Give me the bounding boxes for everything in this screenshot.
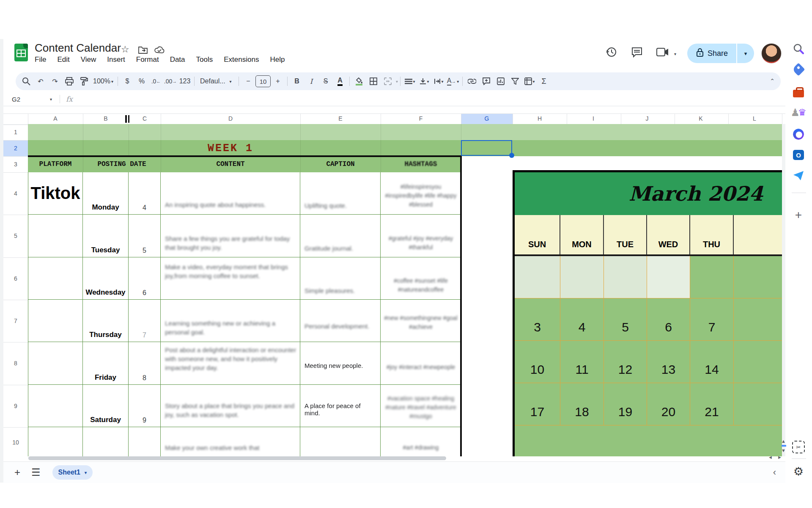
share-button[interactable]: Share ▾ bbox=[687, 44, 754, 63]
cell-content[interactable]: Make your own creative work that bbox=[161, 427, 300, 456]
cell-content[interactable]: Make a video, everyday moment that bring… bbox=[161, 257, 300, 300]
cell-content[interactable]: Learning something new or achieving a pe… bbox=[161, 300, 300, 342]
col-G[interactable]: G bbox=[485, 115, 489, 122]
menu-edit[interactable]: Edit bbox=[57, 55, 69, 64]
cell-date[interactable]: 5 bbox=[129, 215, 161, 257]
bold-icon[interactable]: B bbox=[290, 74, 304, 88]
cell-caption[interactable]: A place for peace of mind. bbox=[300, 385, 381, 427]
menu-file[interactable]: File bbox=[35, 55, 46, 64]
table-row[interactable]: Tuesday 5 Share a few things you are gra… bbox=[28, 215, 461, 257]
move-folder-icon[interactable] bbox=[138, 46, 148, 56]
cell-platform[interactable] bbox=[28, 215, 83, 257]
row-3[interactable]: 3 bbox=[3, 161, 28, 168]
column-resize-handle[interactable] bbox=[125, 115, 131, 123]
banner-row[interactable] bbox=[28, 124, 782, 140]
menu-insert[interactable]: Insert bbox=[107, 55, 125, 64]
menu-data[interactable]: Data bbox=[170, 55, 185, 64]
sidebar-microsoft365-icon[interactable] bbox=[792, 127, 805, 141]
cell-platform[interactable] bbox=[28, 257, 83, 300]
row-10[interactable]: 10 bbox=[3, 439, 28, 446]
col-B[interactable]: B bbox=[104, 115, 107, 122]
cell-content[interactable]: Share a few things you are grateful for … bbox=[161, 215, 300, 257]
sheets-logo-icon[interactable] bbox=[14, 44, 28, 61]
pivot-table-icon[interactable]: ▾ bbox=[522, 74, 537, 88]
vertical-scrollbar[interactable] bbox=[782, 124, 785, 456]
cell-content[interactable]: An inspiring quote about happiness. bbox=[161, 172, 300, 215]
screenshot-tool-icon[interactable]: ✂ bbox=[792, 440, 805, 454]
increase-font-icon[interactable]: + bbox=[271, 74, 285, 88]
cell-date[interactable]: 4 bbox=[129, 172, 161, 215]
col-J[interactable]: J bbox=[646, 115, 649, 122]
print-icon[interactable] bbox=[62, 74, 77, 88]
fill-color-icon[interactable] bbox=[352, 74, 366, 88]
cell-caption[interactable]: Simple pleasures. bbox=[300, 257, 381, 300]
sheet-tab-sheet1[interactable]: Sheet1 ▾ bbox=[52, 465, 93, 480]
cell-date[interactable]: 6 bbox=[129, 257, 161, 300]
cloud-status-icon[interactable] bbox=[154, 46, 165, 56]
redo-icon[interactable]: ↷ bbox=[48, 74, 62, 88]
name-box[interactable]: G2 bbox=[3, 96, 49, 103]
table-row[interactable]: Friday 8 Post about a delightful interac… bbox=[28, 342, 461, 385]
table-row[interactable]: Wednesday 6 Make a video, everyday momen… bbox=[28, 257, 461, 300]
col-C[interactable]: C bbox=[143, 115, 147, 122]
cell-platform[interactable] bbox=[28, 385, 83, 427]
cell-platform[interactable] bbox=[28, 342, 83, 385]
functions-icon[interactable]: Σ bbox=[537, 74, 551, 88]
cell-hashtags[interactable]: #grateful #joy #everyday #thankful bbox=[381, 215, 461, 257]
zoom-select[interactable]: 100%▾ bbox=[91, 74, 115, 88]
cell-day[interactable]: Wednesday bbox=[83, 257, 129, 300]
cell-hashtags[interactable]: #art #drawing bbox=[381, 427, 461, 456]
col-D[interactable]: D bbox=[228, 115, 233, 122]
column-header-row[interactable]: A B C D E F G H I J K L bbox=[3, 113, 785, 125]
cell-platform[interactable] bbox=[28, 427, 83, 456]
menu-help[interactable]: Help bbox=[270, 55, 285, 64]
cell-date[interactable] bbox=[129, 427, 161, 456]
merge-caret[interactable]: ▾ bbox=[396, 79, 398, 84]
font-select[interactable]: Defaul...▾ bbox=[197, 74, 236, 88]
cell-hashtags[interactable]: #joy #interact #newpeople bbox=[381, 342, 461, 385]
col-I[interactable]: I bbox=[593, 115, 594, 122]
table-row[interactable]: Make your own creative work that #art #d… bbox=[28, 427, 461, 456]
account-avatar[interactable] bbox=[761, 43, 782, 64]
star-icon[interactable]: ☆ bbox=[121, 44, 129, 55]
borders-icon[interactable] bbox=[366, 74, 381, 88]
col-L[interactable]: L bbox=[753, 115, 756, 122]
decrease-decimals-icon[interactable]: .0← bbox=[149, 74, 163, 88]
sidebar-messenger-icon[interactable] bbox=[792, 169, 805, 182]
row-9[interactable]: 9 bbox=[3, 403, 28, 409]
cell-day[interactable]: Thursday bbox=[83, 300, 129, 342]
document-title[interactable]: Content Calendar bbox=[35, 41, 121, 55]
march-calendar[interactable]: March 2024 SUN MON TUE WED THU 3 4 5 6 7… bbox=[513, 170, 782, 456]
table-row[interactable]: Tiktok Monday 4 An inspiring quote about… bbox=[28, 172, 461, 215]
text-color-icon[interactable]: A bbox=[333, 74, 347, 88]
sidebar-games-icon[interactable]: ♟♛ bbox=[792, 106, 805, 119]
version-history-icon[interactable] bbox=[605, 46, 617, 60]
create-filter-icon[interactable] bbox=[508, 74, 522, 88]
row-2[interactable]: 2 bbox=[3, 141, 28, 156]
cell-day[interactable]: Tuesday bbox=[83, 215, 129, 257]
strikethrough-icon[interactable]: S bbox=[318, 74, 333, 88]
row-4[interactable]: 4 bbox=[3, 190, 28, 197]
text-wrap-icon[interactable]: ▾ bbox=[431, 74, 446, 88]
cell-content[interactable]: Story about a place that brings you peac… bbox=[161, 385, 300, 427]
row-6[interactable]: 6 bbox=[3, 275, 28, 282]
all-sheets-icon[interactable]: ☰ bbox=[31, 467, 41, 478]
cell-caption[interactable]: Personal development. bbox=[300, 300, 381, 342]
table-header-row[interactable]: PLATFORM POSTING DATE CONTENT CAPTION HA… bbox=[28, 156, 461, 172]
collapse-panel-icon[interactable]: ‹ bbox=[773, 467, 776, 478]
share-dropdown-caret[interactable]: ▾ bbox=[736, 44, 754, 63]
sidebar-search-icon[interactable] bbox=[792, 42, 805, 55]
cell-hashtags[interactable]: #coffee #sunset #life #natureandcoffee bbox=[381, 257, 461, 300]
cell-caption[interactable]: Gratitude journal. bbox=[300, 215, 381, 257]
scroll-right-icon[interactable]: ► bbox=[777, 455, 782, 460]
name-box-caret[interactable]: ▾ bbox=[50, 97, 52, 102]
cell-date[interactable]: 8 bbox=[129, 342, 161, 385]
italic-icon[interactable]: I bbox=[304, 74, 318, 88]
row-8[interactable]: 8 bbox=[3, 360, 28, 367]
col-H[interactable]: H bbox=[538, 115, 542, 122]
row-5[interactable]: 5 bbox=[3, 232, 28, 239]
col-K[interactable]: K bbox=[699, 115, 702, 122]
format-currency-icon[interactable]: $ bbox=[120, 74, 134, 88]
cell-hashtags[interactable]: #lifeinspiresyou #inspiredbylife #life #… bbox=[381, 172, 461, 215]
cell-platform[interactable] bbox=[28, 300, 83, 342]
